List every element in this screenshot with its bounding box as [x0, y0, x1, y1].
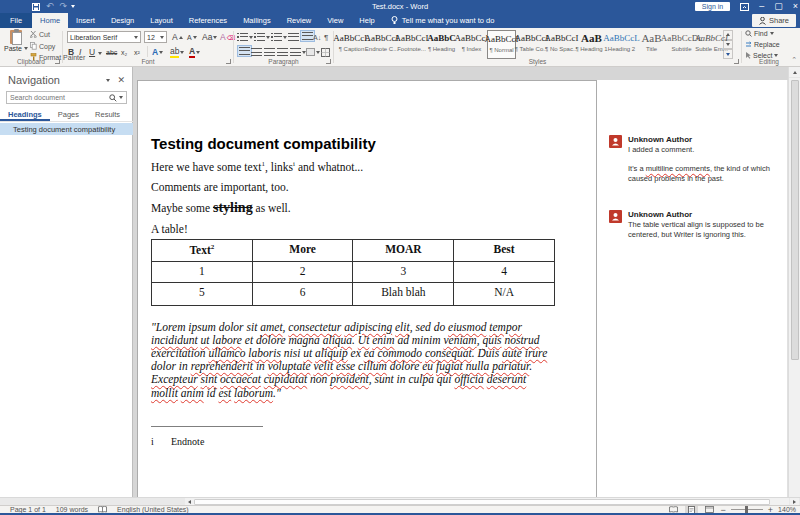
table-cell[interactable]: 6	[252, 282, 353, 305]
font-size-dropdown-icon[interactable]	[160, 36, 164, 39]
table-header-cell[interactable]: Text2	[152, 239, 253, 261]
proofing-icon[interactable]	[98, 506, 107, 513]
word-count[interactable]: 109 words	[56, 506, 88, 513]
cut-button[interactable]: Cut	[30, 31, 50, 38]
document-table[interactable]: Text2 More MOAR Best 1 2 3 4 5 6 Blah bl…	[151, 239, 555, 306]
tab-view[interactable]: View	[319, 13, 351, 28]
find-button[interactable]: Find	[745, 30, 774, 37]
tab-home[interactable]: Home	[32, 13, 68, 28]
document-heading[interactable]: Testing document compatibility	[151, 136, 555, 152]
navigation-close-icon[interactable]: ✕	[117, 75, 125, 85]
search-icon[interactable]	[109, 94, 117, 102]
paragraph-2[interactable]: Comments are important, too.	[151, 180, 555, 194]
scroll-up-icon[interactable]	[789, 67, 800, 78]
footnote-reference[interactable]: 2	[211, 243, 215, 251]
lorem-paragraph[interactable]: "Lorem ipsum dolor sit amet, consectetur…	[151, 321, 555, 400]
style-card[interactable]: AaB¶ Heading 1	[577, 30, 606, 59]
italic-button[interactable]: I	[79, 46, 81, 58]
vertical-scrollbar[interactable]	[788, 67, 800, 497]
table-intro[interactable]: A table!	[151, 222, 555, 236]
tab-references[interactable]: References	[181, 13, 235, 28]
table-cell[interactable]: 4	[454, 261, 555, 282]
decrease-indent-button[interactable]	[288, 31, 299, 43]
zoom-slider-thumb[interactable]	[745, 506, 748, 513]
paste-dropdown-icon[interactable]	[24, 47, 28, 50]
zoom-slider[interactable]	[731, 509, 763, 510]
comment[interactable]: Unknown Author The table vertical align …	[609, 210, 779, 240]
strikethrough-button[interactable]: abc	[106, 46, 117, 58]
styles-dialog-launcher[interactable]	[734, 59, 739, 64]
numbering-button[interactable]	[254, 31, 270, 43]
save-icon[interactable]	[32, 3, 40, 11]
sign-in-button[interactable]: Sign in	[695, 2, 730, 11]
paragraph-1[interactable]: Here we have some text1, linksi and what…	[151, 157, 555, 174]
ribbon-display-options-icon[interactable]	[740, 3, 749, 11]
maximize-button[interactable]: ▢	[774, 1, 783, 12]
bullets-button[interactable]	[237, 31, 253, 43]
redo-icon[interactable]: ↷	[60, 2, 68, 11]
table-header-cell[interactable]: Best	[454, 239, 555, 261]
table-cell[interactable]: 5	[152, 282, 253, 305]
style-card[interactable]: AaBbCcI¶ Index	[457, 30, 486, 59]
shading-button[interactable]	[306, 46, 320, 58]
tab-help[interactable]: Help	[351, 13, 382, 28]
close-button[interactable]: ×	[793, 1, 798, 12]
shrink-font-button[interactable]: A	[187, 31, 197, 43]
paragraph-dialog-launcher[interactable]	[326, 59, 331, 64]
table-header-cell[interactable]: More	[252, 239, 353, 261]
tab-design[interactable]: Design	[103, 13, 142, 28]
show-hide-marks-button[interactable]: ¶	[324, 31, 328, 43]
nav-tab-headings[interactable]: Headings	[0, 108, 50, 121]
style-card[interactable]: AaBbCcL¶ Caption	[337, 30, 366, 59]
subscript-button[interactable]: x₂	[121, 46, 127, 58]
navigation-options-dropdown-icon[interactable]	[106, 79, 110, 82]
align-center-button[interactable]	[251, 46, 262, 58]
font-name-combo[interactable]: Liberation Serif	[67, 31, 141, 43]
search-input[interactable]	[7, 94, 109, 101]
table-cell[interactable]: 1	[152, 261, 253, 282]
underline-dropdown-icon[interactable]	[98, 52, 102, 55]
bold-button[interactable]: B	[68, 46, 74, 58]
sort-button[interactable]: A↓	[313, 31, 321, 43]
text-effects-button[interactable]: A	[152, 46, 163, 58]
navigation-heading-item[interactable]: Testing document compatibility	[0, 123, 133, 135]
tab-insert[interactable]: Insert	[68, 13, 103, 28]
style-card[interactable]: AaBbCcI¶ No Spac...	[547, 30, 576, 59]
table-cell[interactable]: 2	[252, 261, 353, 282]
table-cell[interactable]: N/A	[454, 282, 555, 305]
collapse-ribbon-icon[interactable]: ⌃	[791, 56, 797, 64]
tab-file[interactable]: File	[0, 13, 32, 28]
search-options-dropdown-icon[interactable]	[119, 96, 123, 99]
copy-button[interactable]: Copy	[30, 42, 55, 50]
clipboard-dialog-launcher[interactable]	[55, 59, 60, 64]
minimize-button[interactable]: –	[759, 1, 764, 12]
nav-tab-pages[interactable]: Pages	[50, 108, 87, 121]
multilevel-list-button[interactable]	[271, 31, 287, 43]
tab-layout[interactable]: Layout	[142, 13, 181, 28]
align-left-button[interactable]	[237, 45, 252, 57]
nav-tab-results[interactable]: Results	[87, 108, 128, 121]
style-card[interactable]: AaBbCcDcSubtitle	[667, 30, 696, 59]
style-card[interactable]: AaBbCcI¶ Table Co...	[517, 30, 546, 59]
table-cell[interactable]: 3	[353, 261, 454, 282]
font-size-combo[interactable]: 12	[144, 31, 167, 43]
superscript-button[interactable]: x²	[134, 46, 140, 58]
font-color-button[interactable]: A	[189, 46, 200, 58]
tab-review[interactable]: Review	[279, 13, 320, 28]
customize-qat-icon[interactable]	[71, 5, 75, 8]
vertical-scrollbar-thumb[interactable]	[791, 80, 799, 360]
comment[interactable]: Unknown Author I added a comment. It's a…	[609, 135, 779, 184]
endnote-text[interactable]: iEndnote	[151, 436, 555, 447]
font-dialog-launcher[interactable]	[226, 59, 231, 64]
language-indicator[interactable]: English (United States)	[117, 506, 189, 513]
borders-button[interactable]	[321, 46, 330, 58]
font-name-dropdown-icon[interactable]	[134, 36, 138, 39]
tell-me-box[interactable]: Tell me what you want to do	[383, 13, 503, 28]
table-cell[interactable]: Blah blah	[353, 282, 454, 305]
justify-button[interactable]	[277, 46, 288, 58]
grow-font-button[interactable]: A	[172, 31, 183, 43]
style-card[interactable]: AaBbCcIFootnote...	[397, 30, 426, 59]
table-header-cell[interactable]: MOAR	[353, 239, 454, 261]
tab-mailings[interactable]: Mailings	[235, 13, 279, 28]
share-button[interactable]: Share	[752, 14, 796, 27]
